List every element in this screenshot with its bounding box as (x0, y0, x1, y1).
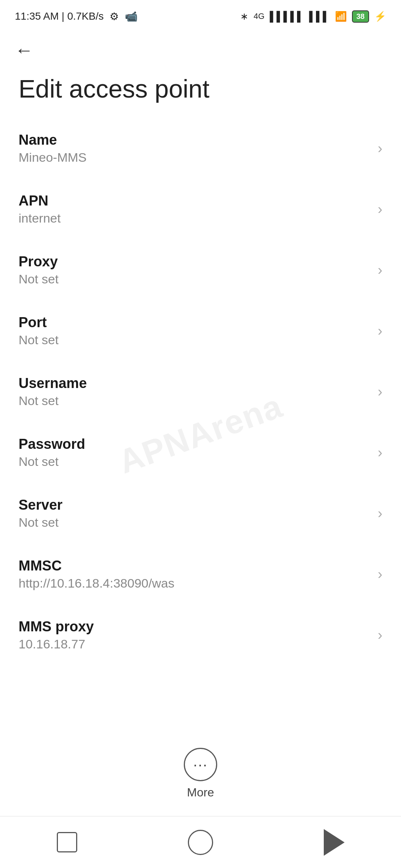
chevron-icon: › (378, 445, 382, 461)
settings-icon: ⚙ (110, 10, 119, 23)
settings-item-password[interactable]: Password Not set › (0, 422, 401, 483)
item-content: Server Not set (19, 497, 370, 530)
chevron-icon: › (378, 141, 382, 157)
settings-item-name[interactable]: Name Mineo-MMS › (0, 118, 401, 179)
recents-icon (57, 832, 77, 852)
battery-level: 38 (352, 10, 369, 23)
item-content: APN internet (19, 193, 370, 226)
top-bar: ← (0, 30, 401, 63)
item-content: Password Not set (19, 436, 370, 469)
signal-icon2: ▌▌▌ (309, 11, 329, 22)
back-button[interactable]: ← (15, 41, 33, 59)
item-label-1: APN (19, 193, 370, 209)
chevron-icon: › (378, 566, 382, 582)
page-title: Edit access point (0, 63, 401, 118)
item-label-5: Password (19, 436, 370, 452)
time-speed-text: 11:35 AM | 0.7KB/s (15, 10, 104, 22)
4g-icon: 4G (254, 11, 264, 21)
item-label-4: Username (19, 375, 370, 391)
nav-home-button[interactable] (178, 828, 223, 857)
nav-bar (0, 816, 401, 868)
status-icons: ∗ 4G ▌▌▌▌▌ ▌▌▌ 📶 38 ⚡ (240, 10, 386, 23)
item-content: Port Not set (19, 315, 370, 347)
item-content: MMS proxy 10.16.18.77 (19, 619, 370, 651)
bluetooth-icon: ∗ (240, 11, 248, 22)
chevron-icon: › (378, 627, 382, 643)
settings-item-port[interactable]: Port Not set › (0, 300, 401, 361)
chevron-icon: › (378, 262, 382, 278)
chevron-icon: › (378, 323, 382, 339)
settings-item-mms-proxy[interactable]: MMS proxy 10.16.18.77 › (0, 605, 401, 665)
settings-item-apn[interactable]: APN internet › (0, 179, 401, 240)
chevron-icon: › (378, 201, 382, 217)
item-value-3: Not set (19, 333, 370, 347)
item-label-3: Port (19, 315, 370, 331)
nav-back-button[interactable] (312, 828, 356, 857)
item-value-7: http://10.16.18.4:38090/was (19, 576, 370, 591)
item-label-6: Server (19, 497, 370, 513)
item-value-2: Not set (19, 272, 370, 286)
settings-item-server[interactable]: Server Not set › (0, 483, 401, 544)
item-content: Name Mineo-MMS (19, 132, 370, 165)
more-label: More (187, 786, 214, 799)
settings-item-proxy[interactable]: Proxy Not set › (0, 240, 401, 300)
item-value-8: 10.16.18.77 (19, 637, 370, 651)
status-bar: 11:35 AM | 0.7KB/s ⚙ 📹 ∗ 4G ▌▌▌▌▌ ▌▌▌ 📶 … (0, 0, 401, 30)
wifi-icon: 📶 (335, 11, 347, 22)
item-content: MMSC http://10.16.18.4:38090/was (19, 558, 370, 591)
back-icon (324, 829, 345, 856)
item-value-6: Not set (19, 515, 370, 530)
item-label-0: Name (19, 132, 370, 148)
item-content: Proxy Not set (19, 254, 370, 286)
more-circle: ··· (184, 748, 217, 781)
nav-recents-button[interactable] (45, 828, 89, 857)
more-button[interactable]: ··· More (184, 733, 217, 811)
item-label-7: MMSC (19, 558, 370, 574)
chevron-icon: › (378, 384, 382, 400)
settings-item-username[interactable]: Username Not set › (0, 361, 401, 422)
status-time: 11:35 AM | 0.7KB/s ⚙ 📹 (15, 10, 138, 23)
signal-icon: ▌▌▌▌▌ (270, 11, 304, 22)
home-icon (188, 830, 213, 855)
item-value-0: Mineo-MMS (19, 150, 370, 165)
item-content: Username Not set (19, 375, 370, 408)
charging-icon: ⚡ (374, 11, 386, 22)
settings-item-mmsc[interactable]: MMSC http://10.16.18.4:38090/was › (0, 544, 401, 605)
item-value-4: Not set (19, 394, 370, 408)
item-value-5: Not set (19, 454, 370, 469)
item-value-1: internet (19, 211, 370, 226)
item-label-8: MMS proxy (19, 619, 370, 635)
video-icon: 📹 (125, 10, 138, 23)
chevron-icon: › (378, 506, 382, 522)
item-label-2: Proxy (19, 254, 370, 270)
settings-list: Name Mineo-MMS › APN internet › Proxy No… (0, 118, 401, 665)
more-dots-icon: ··· (193, 757, 208, 772)
